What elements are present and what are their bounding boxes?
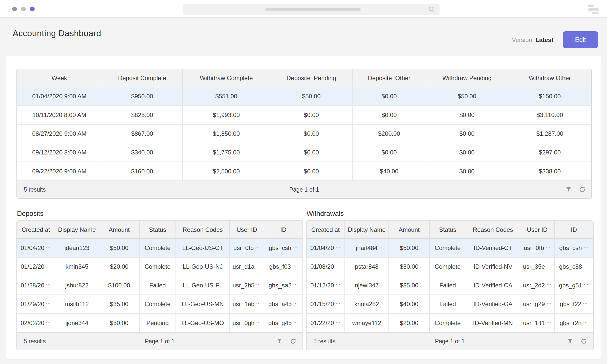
- deposits-section-title: Deposits: [17, 210, 44, 218]
- page-title: Accounting Dashboard: [13, 28, 101, 38]
- table-row[interactable]: 10/11/2020 8:00 AM $825.00 $1,993.00 $0.…: [17, 106, 591, 124]
- table-row[interactable]: 01/15/20⋯ knola282 $40.00 Failed ID-Veri…: [307, 295, 593, 313]
- window-dot-2[interactable]: [21, 7, 26, 11]
- created-at-cell: 01/04/20⋯: [17, 239, 55, 257]
- version-value: Latest: [535, 36, 553, 43]
- table-row[interactable]: 01/08/20⋯ pstar848 $30.00 Complete ID-Ve…: [307, 257, 593, 276]
- created-at-cell: 02/02/20⋯: [17, 313, 55, 332]
- deposits-header-row: Created atDisplay NameAmountStatusReason…: [17, 221, 302, 239]
- withdraw-other-cell: $1,287.00: [508, 124, 591, 143]
- week-cell: 08/27/2020 9:00 AM: [17, 124, 102, 143]
- withdraw-complete-cell: $1,850.00: [182, 124, 270, 143]
- user-id-cell: usr_0fb⋯: [230, 239, 264, 257]
- table-row[interactable]: 02/02/20⋯ jjone344 $50.00 Pending LL-Geo…: [17, 313, 302, 332]
- window-dot-1[interactable]: [12, 7, 17, 11]
- results-count: 5 results: [313, 338, 335, 345]
- column-header: Withdraw Complete: [182, 69, 270, 87]
- deposit-complete-cell: $340.00: [102, 143, 182, 162]
- truncation-icon: ⋯: [583, 244, 589, 250]
- table-row[interactable]: 01/22/20⋯ wmaye112 $20.00 Complete ID-Ve…: [307, 313, 593, 332]
- user-id-cell: usr_2d2⋯: [520, 276, 554, 295]
- truncation-icon: ⋯: [293, 282, 298, 287]
- display-name-cell: jshur822: [55, 276, 99, 295]
- withdraw-complete-cell: $1,775.00: [182, 143, 270, 162]
- table-row[interactable]: 01/04/20⋯ jdean123 $50.00 Complete LL-Ge…: [17, 239, 302, 257]
- results-count: 5 results: [24, 186, 46, 193]
- refresh-button[interactable]: [579, 186, 586, 193]
- reason-codes-cell: LL-Geo-US-CT: [176, 239, 230, 257]
- truncation-icon: ⋯: [256, 263, 261, 268]
- status-cell: Failed: [429, 276, 466, 295]
- column-header: Week: [17, 69, 102, 87]
- search-icon: [428, 6, 435, 13]
- table-row[interactable]: 01/12/20⋯ kmin345 $20.00 Complete LL-Geo…: [17, 257, 302, 276]
- display-name-cell: jdean123: [55, 239, 99, 257]
- table-row[interactable]: 01/28/20⋯ jshur822 $100.00 Failed LL-Geo…: [17, 276, 302, 295]
- id-cell: gbs_csh⋯: [554, 239, 593, 257]
- id-cell: gbs_c88⋯: [554, 257, 593, 276]
- display-name-cell: jnarl484: [345, 239, 389, 257]
- truncation-icon: ⋯: [336, 263, 341, 268]
- reason-codes-cell: ID-Verified-GA: [466, 295, 520, 313]
- truncation-icon: ⋯: [293, 301, 298, 306]
- status-cell: Complete: [429, 257, 466, 276]
- table-row[interactable]: 09/12/2020 8:00 AM $340.00 $1,775.00 $0.…: [17, 143, 591, 162]
- table-row[interactable]: 08/27/2020 9:00 AM $867.00 $1,850.00 $0.…: [17, 124, 591, 143]
- created-at-cell: 01/29/20⋯: [17, 295, 55, 313]
- table-row[interactable]: 01/29/20⋯ msilb112 $35.00 Complete LL-Ge…: [17, 295, 302, 313]
- user-id-cell: usr_2h5⋯: [230, 276, 264, 295]
- table-row[interactable]: 01/04/2020 9:00 AM $950.00 $551.00 $50.0…: [17, 87, 591, 106]
- amount-cell: $50.00: [389, 239, 429, 257]
- refresh-button[interactable]: [580, 337, 588, 345]
- deposit-complete-cell: $825.00: [102, 106, 182, 124]
- deposit-other-cell: $0.00: [352, 87, 426, 106]
- status-cell: Pending: [139, 313, 176, 332]
- refresh-button[interactable]: [290, 337, 297, 345]
- withdrawals-header-row: Created atDisplay NameAmountStatusReason…: [307, 221, 593, 239]
- id-cell: gbs_f22⋯: [554, 295, 593, 313]
- created-at-cell: 01/22/20⋯: [307, 313, 345, 332]
- user-id-cell: usr_d1a⋯: [230, 257, 264, 276]
- reason-codes-cell: ID-Verified-CA: [466, 276, 520, 295]
- withdraw-other-cell: $297.00: [508, 143, 591, 162]
- filter-button[interactable]: [565, 186, 573, 193]
- status-cell: Complete: [429, 313, 466, 332]
- edit-button[interactable]: Edit: [563, 31, 598, 48]
- display-name-cell: jjone344: [55, 313, 99, 332]
- browser-address-bar[interactable]: [183, 4, 440, 15]
- page-indicator: Page 1 of 1: [289, 186, 319, 193]
- display-name-cell: msilb112: [55, 295, 99, 313]
- reason-codes-cell: ID-Verified-MN: [466, 313, 520, 332]
- reason-codes-cell: LL-Geo-US-NJ: [176, 257, 230, 276]
- user-id-cell: usr_35e⋯: [520, 257, 554, 276]
- refresh-icon: [290, 338, 296, 345]
- filter-button[interactable]: [276, 337, 284, 345]
- funnel-icon: [565, 186, 572, 193]
- stack-icon[interactable]: [588, 5, 599, 14]
- amount-cell: $100.00: [99, 276, 139, 295]
- table-row[interactable]: 09/22/2020 9:00 AM $160.00 $2,500.00 $0.…: [17, 162, 591, 180]
- amount-cell: $35.00: [99, 295, 139, 313]
- status-cell: Failed: [429, 295, 466, 313]
- column-header: Status: [429, 221, 466, 239]
- filter-button[interactable]: [567, 337, 574, 345]
- column-header: Deposit Complete: [102, 69, 182, 87]
- reason-codes-cell: ID-Verified-CT: [466, 239, 520, 257]
- amount-cell: $40.00: [389, 295, 429, 313]
- created-at-cell: 01/28/20⋯: [17, 276, 55, 295]
- refresh-icon: [580, 338, 587, 345]
- window-dot-3[interactable]: [30, 7, 35, 11]
- refresh-icon: [579, 186, 586, 193]
- table-row[interactable]: 01/04/20⋯ jnarl484 $50.00 Complete ID-Ve…: [307, 239, 593, 257]
- deposit-complete-cell: $950.00: [102, 87, 182, 106]
- reason-codes-cell: ID-Verified-NV: [466, 257, 520, 276]
- table-row[interactable]: 01/12/20⋯ njewl347 $85.00 Failed ID-Veri…: [307, 276, 593, 295]
- amount-cell: $20.00: [99, 257, 139, 276]
- version-label: Version:: [512, 36, 535, 43]
- deposit-complete-cell: $867.00: [102, 124, 182, 143]
- withdraw-pending-cell: $50.00: [426, 87, 508, 106]
- truncation-icon: ⋯: [546, 282, 551, 287]
- display-name-cell: njewl347: [345, 276, 389, 295]
- truncation-icon: ⋯: [256, 282, 261, 287]
- deposit-other-cell: $200.00: [352, 124, 426, 143]
